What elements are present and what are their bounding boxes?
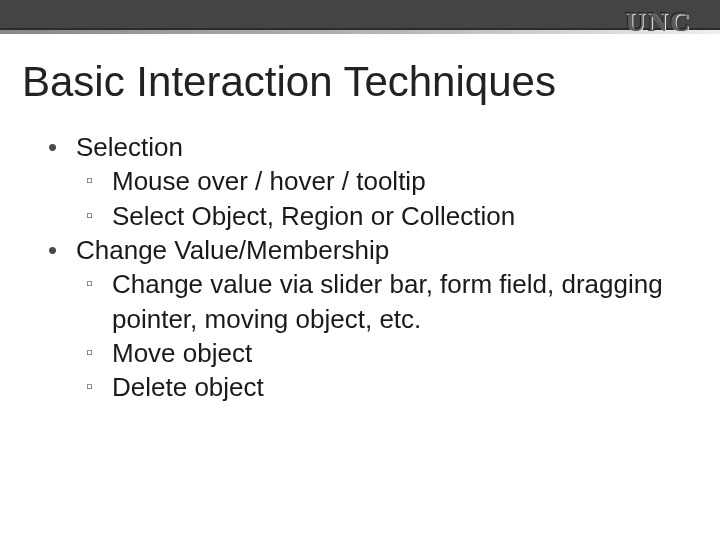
logo-text: UNC <box>625 6 692 38</box>
list-item: Delete object <box>48 370 680 404</box>
list-item: Move object <box>48 336 680 370</box>
slide-title: Basic Interaction Techniques <box>22 58 556 106</box>
list-item: Selection <box>48 130 680 164</box>
slide: UNC Basic Interaction Techniques Selecti… <box>0 0 720 540</box>
slide-content: Selection Mouse over / hover / tooltip S… <box>48 130 680 405</box>
list-item: Mouse over / hover / tooltip <box>48 164 680 198</box>
list-item: Select Object, Region or Collection <box>48 199 680 233</box>
list-item: Change value via slider bar, form field,… <box>48 267 680 336</box>
list-item: Change Value/Membership <box>48 233 680 267</box>
header-accent <box>0 30 720 34</box>
header-bar <box>0 0 720 30</box>
